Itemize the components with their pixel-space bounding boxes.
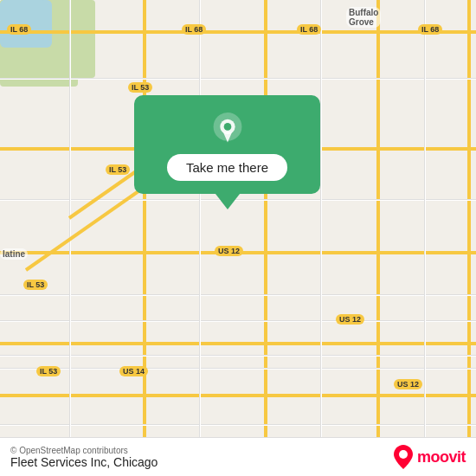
- label-il68-2: IL 68: [182, 24, 206, 35]
- thin-h5: [0, 355, 476, 357]
- bottom-bar: © OpenStreetMap contributors Fleet Servi…: [0, 437, 476, 476]
- label-il68-4: IL 68: [418, 24, 442, 35]
- road-v-mid: [264, 0, 267, 476]
- road-h-lower2: [0, 394, 476, 397]
- label-us12-3: US 12: [394, 379, 422, 389]
- label-il53-4: IL 53: [36, 366, 61, 376]
- road-h-lower1: [0, 342, 476, 345]
- osm-credit: © OpenStreetMap contributors: [10, 446, 158, 455]
- road-v-far-right: [467, 0, 471, 476]
- svg-point-4: [399, 450, 408, 459]
- thin-h3: [0, 294, 476, 296]
- moovit-label: moovit: [417, 448, 466, 466]
- label-il68-1: IL 68: [7, 24, 31, 35]
- thin-v2: [199, 0, 201, 476]
- label-buffalo-grove: BuffaloGrove: [346, 7, 381, 28]
- map-container: IL 68 IL 68 IL 68 IL 68 IL 53 IL 53 IL 5…: [0, 0, 476, 476]
- thin-h7: [0, 424, 476, 426]
- road-il53-v: [143, 0, 146, 476]
- svg-point-2: [223, 123, 231, 131]
- thin-h4: [0, 320, 476, 322]
- label-il53-3: IL 53: [23, 280, 48, 290]
- road-v-right: [376, 0, 380, 476]
- bottom-left-info: © OpenStreetMap contributors Fleet Servi…: [10, 446, 158, 469]
- location-pin-icon: [211, 113, 244, 145]
- popup-box: Take me there: [134, 95, 320, 194]
- label-il53-1: IL 53: [128, 82, 152, 93]
- label-il53-2: IL 53: [106, 164, 130, 175]
- road-il68-h: [0, 30, 476, 34]
- thin-h6: [0, 368, 476, 370]
- label-us14: US 14: [119, 366, 148, 376]
- take-me-there-button[interactable]: Take me there: [167, 154, 287, 181]
- label-palatine: latine: [0, 248, 28, 260]
- place-name: Fleet Services Inc, Chicago: [10, 455, 158, 469]
- label-il68-3: IL 68: [297, 24, 321, 35]
- thin-h1: [0, 78, 476, 80]
- map-popup: Take me there: [134, 95, 320, 209]
- label-us12-1: US 12: [215, 246, 243, 256]
- thin-v3: [320, 0, 322, 476]
- label-us12-2: US 12: [336, 314, 364, 325]
- moovit-pin-icon: [394, 445, 413, 469]
- popup-tail: [215, 194, 240, 209]
- moovit-logo: moovit: [394, 445, 466, 469]
- thin-v4: [424, 0, 426, 476]
